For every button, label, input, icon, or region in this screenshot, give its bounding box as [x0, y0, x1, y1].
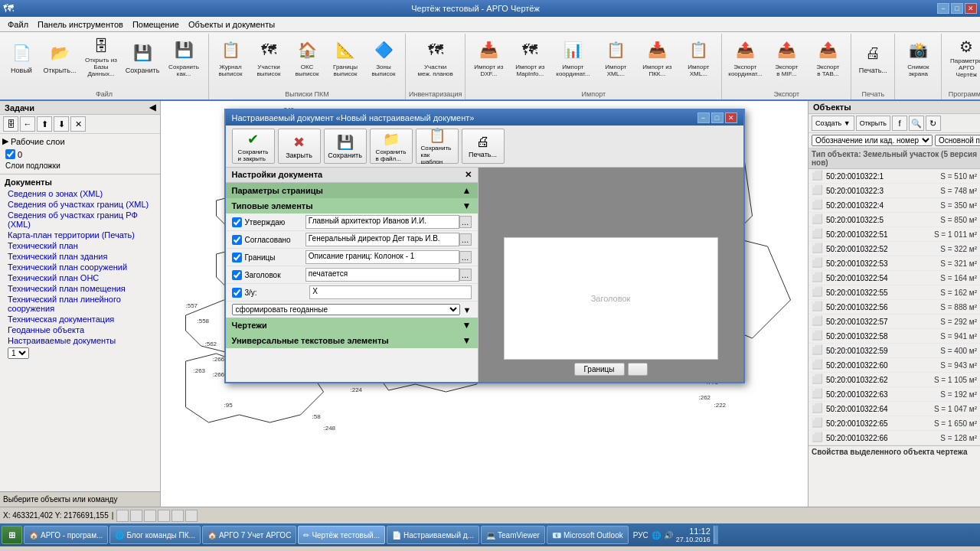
ribbon-btn-export-mif[interactable]: 📤 Экспортв MIF...	[766, 35, 806, 80]
ribbon-btn-settings[interactable]: ⚙ ПараметрыАРГО Чертёж	[945, 35, 980, 80]
task-tool-btn3[interactable]: ⬇	[54, 116, 69, 132]
settings-close-icon[interactable]: ✕	[465, 170, 472, 180]
maximize-button[interactable]: □	[951, 3, 963, 14]
approve-menu-btn[interactable]: …	[459, 216, 472, 228]
layer-checkbox[interactable]	[5, 149, 15, 159]
dialog-maximize-btn[interactable]: □	[711, 112, 724, 123]
menu-toolbar[interactable]: Панель инструментов	[33, 19, 128, 30]
obj-item-62[interactable]: ⬜ 50:20:0010322:62 S = 1 105 м²	[808, 373, 980, 387]
expand-layers-icon[interactable]: ▶	[2, 136, 8, 146]
obj-item-58[interactable]: ⬜ 50:20:0010322:58 S = 941 м²	[808, 329, 980, 344]
obj-tool-search[interactable]: 🔍	[909, 116, 924, 131]
doc-item-geodata[interactable]: Геоданные объекта	[2, 324, 158, 335]
docs-dropdown[interactable]: 1	[8, 347, 29, 359]
doc-item-tech-plan[interactable]: Технический план	[2, 240, 158, 251]
dlg-blank-btn[interactable]	[628, 363, 648, 376]
ribbon-btn-export-coords[interactable]: 📤 Экспорткоординат...	[725, 35, 765, 80]
section-typical[interactable]: Типовые элементы ▼	[226, 198, 478, 214]
obj-item-57[interactable]: ⬜ 50:20:0010322:57 S = 292 м²	[808, 315, 980, 329]
ribbon-btn-export-tab[interactable]: 📤 Экспортв TAB...	[808, 35, 848, 80]
obj-item-56[interactable]: ⬜ 50:20:0010322:56 S = 888 м²	[808, 300, 980, 315]
ribbon-btn-inv-plots[interactable]: 🗺 Участкимеж. планов	[414, 35, 457, 80]
title-checkbox[interactable]	[232, 270, 242, 280]
doc-item-tech-plan-bld[interactable]: Технический план здания	[2, 251, 158, 262]
canvas-area[interactable]: 245 246 248 264 262 260 258 :56 :66 :66 …	[161, 101, 808, 507]
taskbar-btn-blog[interactable]: 🌐 Блог команды ПК...	[109, 526, 201, 544]
taskbar-btn-argo7[interactable]: 🏠 АРГО 7 Учет АРГОС	[202, 526, 296, 544]
obj-tool-formula[interactable]: f	[892, 116, 907, 131]
taskbar-btn-custom-doc[interactable]: 📄 Настраиваемый д...	[387, 526, 479, 544]
dlg-print-btn[interactable]: 🖨 Печать...	[462, 129, 505, 164]
approve-checkbox[interactable]	[232, 217, 242, 227]
ribbon-btn-borders[interactable]: 📐 Границывыписок	[327, 35, 364, 80]
filter-select-field[interactable]: Обозначение или кад. номер	[812, 135, 933, 146]
borders-menu-btn[interactable]: …	[459, 251, 472, 263]
obj-item-63[interactable]: ⬜ 50:20:0010322:63 S = 192 м²	[808, 387, 980, 402]
task-tool-btn2[interactable]: ⬆	[37, 116, 52, 132]
dlg-borders-btn[interactable]: Границы	[574, 363, 625, 376]
obj-tool-open[interactable]: Открыть	[856, 116, 890, 131]
dlg-close-btn[interactable]: ✖ Закрыть	[278, 129, 321, 164]
doc-item-custom[interactable]: Настраиваемые документы	[2, 335, 158, 346]
show-desktop-btn[interactable]	[714, 526, 718, 544]
taskbar-btn-teamviewer[interactable]: 💻 TeamViewer	[481, 526, 545, 544]
ribbon-btn-open-db[interactable]: 🗄 Открыть изБазы Данных...	[80, 35, 122, 80]
dlg-save-template-btn[interactable]: 📋 Сохранитькак шаблон	[416, 129, 459, 164]
base-layers-toggle[interactable]: Слои подложки	[2, 160, 158, 171]
section-page-params[interactable]: Параметры страницы ▲	[226, 183, 478, 198]
geodata-select[interactable]: сформировать геоданные	[232, 304, 460, 315]
obj-item-65[interactable]: ⬜ 50:20:0010322:65 S = 1 650 м²	[808, 416, 980, 431]
taskbar-btn-argo[interactable]: 🏠 АРГО - програм...	[24, 526, 108, 544]
obj-item-5[interactable]: ⬜ 50:20:0010322:5 S = 850 м²	[808, 213, 980, 227]
dlg-save-close-btn[interactable]: ✔ Сохранитьи закрыть	[232, 129, 275, 164]
menu-objects[interactable]: Объекты и документы	[184, 19, 279, 30]
doc-item-borders-rf-xml[interactable]: Сведения об участках границ РФ (XML)	[2, 210, 158, 230]
dialog-minimize-btn[interactable]: −	[697, 112, 710, 123]
obj-item-52[interactable]: ⬜ 50:20:0010322:52 S = 322 м²	[808, 242, 980, 256]
ribbon-btn-pkk[interactable]: 📥 Импорт изПКК...	[637, 35, 677, 80]
ribbon-btn-screenshot[interactable]: 📸 Снимокэкрана	[898, 35, 938, 80]
taskbar-btn-drawing[interactable]: ✏ Чертёж тестовый...	[298, 526, 385, 544]
obj-item-54[interactable]: ⬜ 50:20:0010322:54 S = 164 м²	[808, 271, 980, 285]
ribbon-btn-plots[interactable]: 🗺 Участкивыписок	[250, 35, 287, 80]
taskbar-btn-outlook[interactable]: 📧 Microsoft Outlook	[547, 526, 629, 544]
ribbon-btn-print[interactable]: 🖨 Печать...	[854, 35, 891, 80]
ribbon-btn-oks[interactable]: 🏠 ОКС выписок	[289, 35, 325, 80]
obj-tool-create[interactable]: Создать ▼	[812, 116, 854, 131]
doc-item-tech-plan-struct[interactable]: Технический план сооружений	[2, 262, 158, 272]
obj-item-51[interactable]: ⬜ 50:20:0010322:51 S = 1 011 м²	[808, 227, 980, 242]
filter-select-param[interactable]: Основной параметр	[935, 135, 980, 146]
dlg-save-file-btn[interactable]: 📁 Сохранитьв файл...	[370, 129, 413, 164]
zu-checkbox[interactable]	[232, 288, 242, 298]
ribbon-btn-xml2[interactable]: 📋 ИмпортXML...	[678, 35, 718, 80]
close-button[interactable]: ✕	[965, 3, 977, 14]
start-button[interactable]: ⊞	[2, 526, 22, 544]
doc-item-borders-xml[interactable]: Сведения об участках границ (XML)	[2, 199, 158, 210]
ribbon-btn-coords[interactable]: 📊 Импорткоординат...	[551, 35, 594, 80]
doc-item-tech-plan-ons[interactable]: Технический план ОНС	[2, 272, 158, 283]
agreed-checkbox[interactable]	[232, 235, 242, 245]
doc-item-zones-xml[interactable]: Сведения о зонах (XML)	[2, 188, 158, 199]
obj-item-64[interactable]: ⬜ 50:20:0010322:64 S = 1 047 м²	[808, 402, 980, 416]
ribbon-btn-journal[interactable]: 📋 Журналвыписок	[212, 35, 249, 80]
doc-item-map-plan[interactable]: Карта-план территории (Печать)	[2, 230, 158, 240]
obj-item-66[interactable]: ⬜ 50:20:0010322:66 S = 128 м²	[808, 431, 980, 445]
menu-file[interactable]: Файл	[3, 19, 33, 30]
obj-item-3[interactable]: ⬜ 50:20:0010322:3 S = 748 м²	[808, 184, 980, 198]
section-sketches[interactable]: Чертежи ▼	[226, 318, 478, 333]
ribbon-btn-save[interactable]: 💾 Сохранить	[124, 35, 161, 80]
ribbon-btn-new[interactable]: 📄 Новый	[3, 35, 40, 80]
ribbon-btn-open[interactable]: 📂 Открыть...	[41, 35, 78, 80]
obj-item-55[interactable]: ⬜ 50:20:0010322:55 S = 162 м²	[808, 285, 980, 300]
ribbon-btn-xml[interactable]: 📋 ИмпортXML...	[596, 35, 635, 80]
task-tool-btn1[interactable]: ←	[20, 116, 35, 132]
task-tool-db-icon[interactable]: 🗄	[3, 116, 18, 132]
ribbon-btn-dxf[interactable]: 📥 Импорт изDXF...	[469, 35, 508, 80]
obj-item-1[interactable]: ⬜ 50:20:0010322:1 S = 510 м²	[808, 169, 980, 184]
agreed-menu-btn[interactable]: …	[459, 233, 472, 246]
doc-item-tech-docs[interactable]: Техническая документация	[2, 314, 158, 324]
dialog-close-btn[interactable]: ✕	[725, 112, 737, 123]
task-tool-btn4[interactable]: ✕	[70, 116, 86, 132]
collapse-tasks-icon[interactable]: ◀	[149, 103, 155, 112]
title-menu-btn[interactable]: …	[459, 269, 472, 281]
